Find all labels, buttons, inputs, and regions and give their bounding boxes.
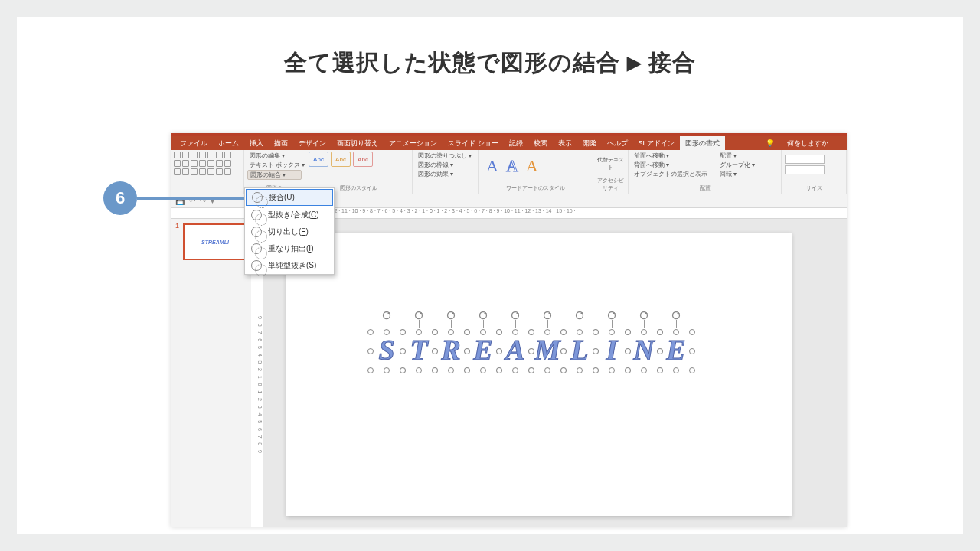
- menu-item-intersect[interactable]: 重なり抽出(I): [245, 240, 334, 257]
- selection-handle[interactable]: [673, 329, 679, 335]
- menu-item-combine[interactable]: 型抜き/合成(C): [245, 207, 334, 223]
- selection-handle[interactable]: [609, 329, 615, 335]
- tab-record[interactable]: 記録: [504, 136, 528, 151]
- selection-handle[interactable]: [384, 329, 390, 335]
- selection-handle[interactable]: [512, 367, 518, 373]
- tab-view[interactable]: 表示: [553, 136, 577, 151]
- style-preset-2[interactable]: Abc: [331, 152, 351, 167]
- selection-handle[interactable]: [609, 367, 615, 373]
- selection-handle[interactable]: [432, 329, 438, 335]
- tab-home[interactable]: ホーム: [213, 136, 244, 151]
- selection-handle[interactable]: [625, 329, 631, 335]
- selection-handle[interactable]: [400, 367, 406, 373]
- selection-handle[interactable]: [641, 329, 647, 335]
- selection-handle[interactable]: [593, 367, 599, 373]
- letter-shape[interactable]: E: [660, 332, 692, 370]
- letter-shape[interactable]: T: [403, 332, 435, 370]
- style-preset-3[interactable]: Abc: [353, 152, 373, 167]
- selection-handle[interactable]: [544, 329, 550, 335]
- bring-forward-button[interactable]: 前面へ移動 ▾: [632, 152, 710, 160]
- slide-thumbnail-1[interactable]: STREAMLI: [183, 223, 247, 260]
- shape-fill-button[interactable]: 図形の塗りつぶし ▾: [416, 152, 475, 160]
- selection-handle[interactable]: [480, 329, 486, 335]
- selection-handle[interactable]: [432, 348, 438, 354]
- rotation-handle-icon[interactable]: [382, 311, 391, 320]
- style-preset-1[interactable]: Abc: [309, 152, 328, 167]
- rotation-handle-icon[interactable]: [414, 311, 423, 320]
- selection-handle[interactable]: [577, 367, 583, 373]
- selection-handle[interactable]: [464, 367, 470, 373]
- shape-effects-button[interactable]: 図形の効果 ▾: [416, 170, 475, 178]
- selection-handle[interactable]: [512, 329, 518, 335]
- shapes-gallery[interactable]: [174, 152, 235, 176]
- alt-text-button[interactable]: 代替テキスト: [596, 152, 625, 171]
- selection-handle[interactable]: [432, 367, 438, 373]
- selection-handle[interactable]: [496, 348, 502, 354]
- merge-shapes-button[interactable]: 図形の結合 ▾: [247, 170, 302, 180]
- tab-insert[interactable]: 挿入: [244, 136, 269, 151]
- rotation-handle-icon[interactable]: [446, 311, 456, 320]
- wordart-preset-1[interactable]: A: [486, 156, 498, 176]
- selection-handle[interactable]: [528, 367, 534, 373]
- menu-item-fragment[interactable]: 切り出し(F): [245, 223, 334, 240]
- tab-developer[interactable]: 開発: [577, 136, 602, 151]
- selection-handle[interactable]: [384, 367, 390, 373]
- tab-design[interactable]: デザイン: [293, 136, 332, 151]
- canvas-scroll-area[interactable]: STREAMLINE: [263, 219, 847, 527]
- selection-handle[interactable]: [368, 367, 374, 373]
- selection-handle[interactable]: [528, 348, 534, 354]
- selection-handle[interactable]: [464, 348, 470, 354]
- textbox-button[interactable]: テキスト ボックス ▾: [247, 161, 302, 169]
- selection-handle[interactable]: [641, 367, 647, 373]
- selection-handle[interactable]: [400, 348, 406, 354]
- selection-handle[interactable]: [368, 329, 374, 335]
- height-input[interactable]: [785, 155, 825, 164]
- edit-shape-button[interactable]: 図形の編集 ▾: [247, 152, 302, 160]
- letter-shape[interactable]: E: [467, 332, 499, 370]
- send-backward-button[interactable]: 背面へ移動 ▾: [632, 161, 710, 169]
- menu-item-union[interactable]: 接合(U): [246, 189, 333, 206]
- tab-draw[interactable]: 描画: [269, 136, 293, 151]
- selection-handle[interactable]: [625, 348, 631, 354]
- selection-handle[interactable]: [544, 367, 550, 373]
- letter-shape[interactable]: A: [499, 332, 531, 370]
- selection-handle[interactable]: [593, 329, 599, 335]
- selection-handle[interactable]: [496, 329, 502, 335]
- menu-item-subtract[interactable]: 単純型抜き(S): [245, 257, 334, 274]
- rotation-handle-icon[interactable]: [511, 311, 520, 320]
- selection-handle[interactable]: [416, 329, 422, 335]
- rotation-handle-icon[interactable]: [575, 311, 584, 320]
- wordart-preset-2[interactable]: A: [506, 156, 518, 176]
- wordart-preset-3[interactable]: A: [526, 156, 538, 176]
- selection-handle[interactable]: [673, 367, 679, 373]
- letter-shape[interactable]: I: [596, 332, 628, 370]
- selection-pane-button[interactable]: オブジェクトの選択と表示: [632, 170, 710, 178]
- selection-handle[interactable]: [593, 348, 599, 354]
- tab-shape-format[interactable]: 図形の書式: [680, 136, 725, 151]
- selection-handle[interactable]: [689, 367, 695, 373]
- rotation-handle-icon[interactable]: [639, 311, 648, 320]
- tab-slideshow[interactable]: スライド ショー: [443, 136, 504, 151]
- selection-handle[interactable]: [464, 329, 470, 335]
- tab-help[interactable]: ヘルプ: [602, 136, 633, 151]
- rotation-handle-icon[interactable]: [671, 311, 681, 320]
- selection-handle[interactable]: [416, 367, 422, 373]
- selection-handle[interactable]: [448, 329, 454, 335]
- selection-handle[interactable]: [577, 329, 583, 335]
- selection-handle[interactable]: [480, 367, 486, 373]
- letter-shape[interactable]: N: [628, 332, 660, 370]
- tell-me[interactable]: 💡 何をしますか: [755, 136, 839, 151]
- tab-transitions[interactable]: 画面切り替え: [332, 136, 384, 151]
- letter-shape[interactable]: M: [531, 332, 564, 370]
- align-button[interactable]: 配置 ▾: [717, 152, 757, 160]
- selection-handle[interactable]: [657, 348, 663, 354]
- selection-handle[interactable]: [560, 348, 567, 354]
- selection-handle[interactable]: [368, 348, 374, 354]
- selection-handle[interactable]: [657, 329, 663, 335]
- tab-sladdin[interactable]: SLアドイン: [633, 136, 680, 151]
- selection-handle[interactable]: [625, 367, 631, 373]
- selection-handle[interactable]: [657, 367, 663, 373]
- letter-shape[interactable]: R: [435, 332, 467, 370]
- selection-handle[interactable]: [560, 329, 567, 335]
- selection-handle[interactable]: [496, 367, 502, 373]
